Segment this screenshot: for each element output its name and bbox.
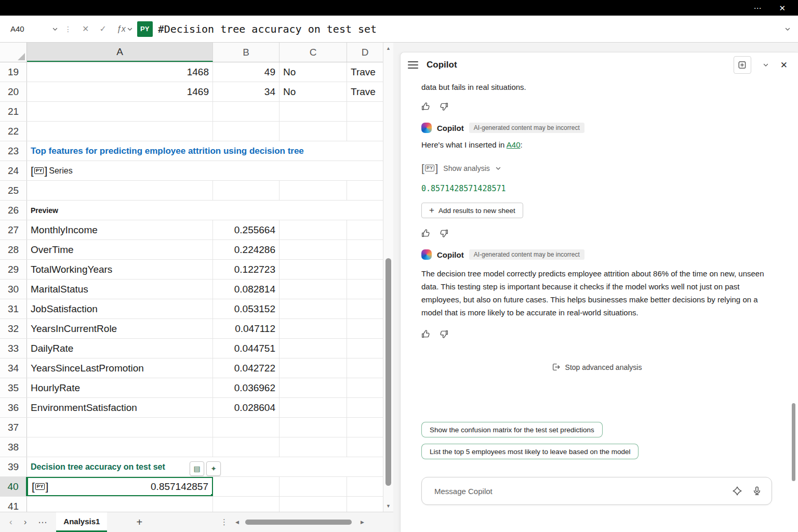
cell[interactable] <box>213 181 280 200</box>
cell[interactable] <box>280 418 347 437</box>
new-chat-button[interactable] <box>734 56 751 74</box>
row-header[interactable]: 19 <box>0 62 27 82</box>
microphone-icon[interactable] <box>752 486 762 496</box>
insert-data-button[interactable]: ▤ <box>190 461 204 476</box>
row-header[interactable]: 26 <box>0 201 27 220</box>
suggestion-pill[interactable]: List the top 5 employees most likely to … <box>421 444 639 459</box>
fill-handle[interactable] <box>210 494 213 496</box>
thumbs-up-icon[interactable] <box>421 329 431 339</box>
row-header[interactable]: 21 <box>0 102 27 121</box>
cell[interactable] <box>347 181 383 200</box>
cell[interactable] <box>347 319 383 338</box>
prev-sheet-icon[interactable]: ‹ <box>9 517 12 527</box>
column-header-a[interactable]: A <box>27 43 213 62</box>
cell[interactable] <box>27 181 213 200</box>
cell[interactable] <box>347 102 383 121</box>
cell-feature-value[interactable]: 0.224286 <box>213 240 280 259</box>
cell-a24[interactable]: PY Series <box>27 161 383 180</box>
cell-feature-value[interactable]: 0.042722 <box>213 358 280 378</box>
scroll-down-icon[interactable]: ▼ <box>383 503 393 509</box>
cell[interactable] <box>280 260 347 279</box>
cell-feature-name[interactable]: JobSatisfaction <box>27 299 213 318</box>
copilot-prompt-icon[interactable] <box>732 486 742 496</box>
row-header[interactable]: 36 <box>0 398 27 417</box>
cell-a20[interactable]: 1469 <box>27 82 213 101</box>
window-close-icon[interactable]: ✕ <box>779 4 786 12</box>
grid-horizontal-scrollbar[interactable]: ◀ ▶ <box>235 518 364 526</box>
row-header[interactable]: 23 <box>0 141 27 161</box>
cell-feature-value[interactable]: 0.028604 <box>213 398 280 417</box>
select-all-corner[interactable] <box>0 43 27 62</box>
horizontal-scroll-track[interactable] <box>242 518 357 526</box>
cell[interactable] <box>347 220 383 240</box>
cell-c20[interactable]: No <box>280 82 347 101</box>
cell[interactable] <box>347 398 383 417</box>
cell[interactable] <box>347 378 383 397</box>
cell[interactable] <box>280 378 347 397</box>
cell-a23-heading[interactable]: Top features for predicting employee att… <box>27 141 383 161</box>
cell[interactable] <box>280 497 347 512</box>
show-analysis-toggle[interactable]: PY Show analysis <box>421 163 772 174</box>
add-results-button[interactable]: + Add results to new sheet <box>421 203 523 218</box>
row-header[interactable]: 25 <box>0 181 27 200</box>
cell[interactable] <box>347 122 383 141</box>
formula-input[interactable]: #Decision tree accuracy on test set <box>158 23 784 35</box>
stop-advanced-analysis-button[interactable]: Stop advanced analysis <box>421 363 772 371</box>
cell[interactable] <box>347 339 383 358</box>
grid-vertical-scrollbar[interactable]: ▲ ▼ <box>383 43 393 512</box>
column-header-d[interactable]: D <box>347 43 383 62</box>
expand-formula-bar-icon[interactable] <box>784 26 791 32</box>
selected-cell-a40[interactable]: PY 0.857142857 <box>27 477 213 496</box>
tabbar-options-icon[interactable]: ⋮ <box>220 517 228 527</box>
cell[interactable] <box>213 102 280 121</box>
thumbs-down-icon[interactable] <box>439 102 448 111</box>
thumbs-down-icon[interactable] <box>439 229 448 238</box>
cell[interactable] <box>280 398 347 417</box>
cell-feature-name[interactable]: OverTime <box>27 240 213 259</box>
cell-feature-name[interactable]: TotalWorkingYears <box>27 260 213 279</box>
cell[interactable] <box>27 122 213 141</box>
row-header[interactable]: 31 <box>0 299 27 318</box>
insert-function-icon[interactable]: ƒx <box>117 24 126 34</box>
cell-b19[interactable]: 49 <box>213 62 280 82</box>
row-header[interactable]: 35 <box>0 378 27 397</box>
vertical-scroll-thumb[interactable] <box>385 258 391 486</box>
cell-feature-name[interactable]: MonthlyIncome <box>27 220 213 240</box>
cell-feature-value[interactable]: 0.036962 <box>213 378 280 397</box>
quick-analysis-button[interactable]: ✦ <box>206 461 221 476</box>
cell[interactable] <box>280 220 347 240</box>
cell[interactable] <box>27 102 213 121</box>
cell[interactable] <box>280 102 347 121</box>
horizontal-scroll-thumb[interactable] <box>245 520 352 525</box>
window-more-icon[interactable]: ⋯ <box>753 4 761 12</box>
confirm-entry-icon[interactable]: ✓ <box>99 24 106 34</box>
close-panel-icon[interactable]: ✕ <box>780 60 788 71</box>
copilot-message-input[interactable] <box>434 487 723 496</box>
cell[interactable] <box>347 299 383 318</box>
suggestion-pill[interactable]: Show the confusion matrix for the test s… <box>421 422 603 437</box>
cell[interactable] <box>280 122 347 141</box>
cell[interactable] <box>347 497 383 512</box>
cell[interactable] <box>280 339 347 358</box>
cell-a19[interactable]: 1468 <box>27 62 213 82</box>
cell[interactable] <box>280 437 347 457</box>
cell[interactable] <box>347 437 383 457</box>
row-header[interactable]: 37 <box>0 418 27 437</box>
cell[interactable] <box>280 319 347 338</box>
collapse-panel-chevron-icon[interactable] <box>763 62 769 68</box>
cell[interactable] <box>213 122 280 141</box>
cell[interactable] <box>280 299 347 318</box>
all-sheets-icon[interactable]: ⋯ <box>38 517 47 528</box>
cell[interactable] <box>347 260 383 279</box>
row-header[interactable]: 32 <box>0 319 27 338</box>
cell-feature-name[interactable]: HourlyRate <box>27 378 213 397</box>
add-sheet-icon[interactable]: + <box>136 516 142 528</box>
cell-d20[interactable]: Trave <box>347 82 383 101</box>
cell[interactable] <box>347 240 383 259</box>
cell-feature-name[interactable]: DailyRate <box>27 339 213 358</box>
name-box[interactable]: A40 <box>4 20 62 38</box>
thumbs-down-icon[interactable] <box>439 329 448 339</box>
row-header[interactable]: 28 <box>0 240 27 259</box>
cell[interactable] <box>347 477 383 496</box>
cell[interactable] <box>280 280 347 299</box>
